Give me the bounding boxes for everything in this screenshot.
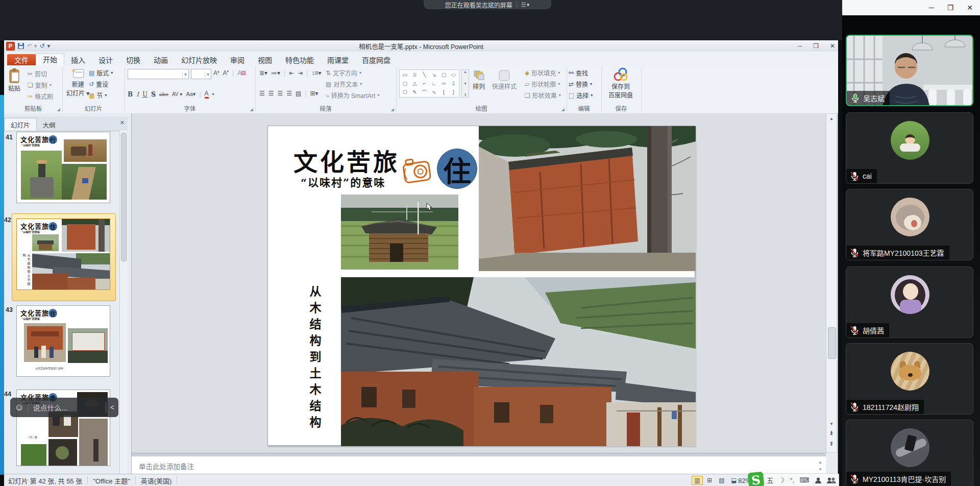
- shape-icon[interactable]: {: [439, 88, 449, 96]
- gallery-expand-icon[interactable]: ⊽: [464, 93, 467, 97]
- justify-icon[interactable]: ☰: [286, 90, 292, 97]
- layout-button[interactable]: ▤版式▾: [89, 68, 113, 77]
- shape-icon[interactable]: ▢: [439, 70, 449, 79]
- decrease-indent-icon[interactable]: ⇤: [289, 69, 294, 77]
- collapse-chevron-icon[interactable]: <: [110, 403, 114, 411]
- shape-icon[interactable]: ⌐: [420, 79, 429, 88]
- font-dialog-launcher-icon[interactable]: ◢: [250, 107, 253, 112]
- distribute-icon[interactable]: ▤: [296, 90, 301, 97]
- slide-thumbnail-41[interactable]: 文化苦旅 “以味村”的意味 行: [16, 132, 110, 203]
- shape-icon[interactable]: ⇨: [439, 79, 449, 88]
- watching-banner[interactable]: 您正在观看吴志斌的屏幕 ☰▾: [424, 0, 551, 9]
- panel-tab-slides[interactable]: 幻灯片: [4, 118, 37, 131]
- people-icon[interactable]: [827, 477, 836, 484]
- participant-video-wangyilin[interactable]: 将军路MY2100103王艺霖: [846, 189, 973, 260]
- close-icon[interactable]: ✕: [830, 42, 835, 50]
- tab-view[interactable]: 视图: [251, 54, 279, 65]
- font-size-combo[interactable]: ▾: [191, 69, 211, 79]
- halfmoon-icon[interactable]: ☽: [778, 476, 785, 484]
- next-slide-icon[interactable]: ▼▼: [828, 441, 835, 448]
- language-indicator[interactable]: 英语(美国): [141, 476, 172, 485]
- comment-input-box[interactable]: ☺ 说点什么... <: [10, 398, 118, 417]
- editing-scrollbar[interactable]: ▲ ▼ ▲▲ ▼▼: [826, 113, 837, 453]
- undo-icon[interactable]: ↶ ▾: [27, 43, 37, 49]
- shape-icon[interactable]: ∟: [429, 79, 439, 88]
- previous-slide-icon[interactable]: ▲▲: [828, 429, 835, 436]
- person-icon[interactable]: [815, 477, 822, 484]
- select-button[interactable]: ⬚选择▾: [569, 91, 593, 100]
- meeting-restore-icon[interactable]: ❐: [947, 4, 954, 12]
- find-button[interactable]: ⚯查找: [569, 68, 588, 77]
- shape-outline-button[interactable]: ▱形状轮廓▾: [525, 80, 560, 88]
- quick-styles-button[interactable]: 快速样式: [492, 69, 517, 90]
- arrange-button[interactable]: 排列: [473, 69, 485, 90]
- strikethrough-icon[interactable]: abe: [159, 91, 168, 97]
- participant-video-cai[interactable]: cai: [846, 112, 973, 184]
- save-to-netdisk-button[interactable]: 保存到 百度网盘: [608, 67, 633, 99]
- shape-icon[interactable]: ✎: [410, 88, 420, 96]
- shape-gallery[interactable]: ▭⌸╲↘▢⬭ ▢△⌐∟⇨⇩ ⬠✎⌒∿{}: [399, 69, 459, 98]
- underline-icon[interactable]: U: [142, 91, 148, 98]
- cut-button[interactable]: ✂剪切: [28, 69, 47, 78]
- bullets-icon[interactable]: ≣▾: [259, 69, 267, 77]
- current-slide-canvas[interactable]: 文化苦旅 “以味村”的意味 住 从木结构到土木结构: [267, 126, 695, 446]
- shadow-icon[interactable]: S: [151, 91, 156, 98]
- shape-icon[interactable]: ▢: [400, 79, 410, 88]
- notes-pane[interactable]: 单击此处添加备注 ▲ ▼: [132, 456, 826, 474]
- shape-icon[interactable]: ╲: [420, 70, 429, 79]
- text-direction-button[interactable]: ⇅文字方向▾: [326, 68, 361, 77]
- new-slide-button[interactable]: ✳ 新建 幻灯片 ▾: [66, 67, 89, 97]
- line-spacing-icon[interactable]: ↕≡▾: [311, 69, 321, 77]
- scrollbar-thumb[interactable]: [828, 327, 836, 359]
- shape-icon[interactable]: ↘: [429, 70, 439, 79]
- participant-video-zhaoweixiang[interactable]: 182111724赵尉翔: [846, 343, 973, 415]
- shape-effects-button[interactable]: ❑形状效果▾: [525, 91, 561, 100]
- numbering-icon[interactable]: ≔▾: [271, 69, 280, 77]
- columns-icon[interactable]: ⊞▾: [310, 90, 318, 97]
- participant-video-wuzhibin[interactable]: 吴志斌: [846, 35, 973, 106]
- tab-insert[interactable]: 插入: [64, 54, 92, 65]
- panel-close-icon[interactable]: ✕: [120, 119, 125, 126]
- scroll-up-icon[interactable]: ▲: [463, 70, 467, 74]
- tab-file[interactable]: 文件: [7, 54, 36, 65]
- tab-special-features[interactable]: 特色功能: [279, 54, 321, 65]
- shape-icon[interactable]: ⌸: [410, 70, 420, 79]
- notes-scroll-up-icon[interactable]: ▲: [817, 458, 824, 466]
- tab-transitions[interactable]: 切换: [119, 54, 147, 65]
- reading-view-icon[interactable]: ▤: [716, 476, 727, 485]
- keyboard-icon[interactable]: ⌨: [799, 476, 809, 484]
- panel-tab-outline[interactable]: 大纲: [37, 118, 62, 131]
- shape-icon[interactable]: ⬠: [400, 88, 410, 96]
- customize-qat-icon[interactable]: ▾: [47, 43, 50, 49]
- participant-video-huqianqian[interactable]: 胡倩茜: [846, 266, 973, 338]
- grow-font-icon[interactable]: A▴: [213, 69, 219, 77]
- redo-icon[interactable]: ↺: [39, 43, 44, 49]
- char-spacing-icon[interactable]: A︎V ▾: [172, 91, 182, 97]
- tab-rain-classroom[interactable]: 雨课堂: [321, 54, 355, 65]
- font-name-combo[interactable]: ▾: [128, 69, 189, 79]
- shape-icon[interactable]: △: [410, 79, 420, 88]
- sogou-logo-icon[interactable]: S: [748, 472, 765, 486]
- meeting-minimize-icon[interactable]: ─: [929, 4, 934, 12]
- italic-icon[interactable]: I: [136, 91, 139, 98]
- ime-toolbar[interactable]: 五 ☽ °, ⌨: [764, 473, 839, 486]
- slide-thumbnail-43[interactable]: 文化苦旅 “以味村”的意味 住 从砖瓦结构到混凝土结构: [16, 305, 110, 377]
- align-right-icon[interactable]: ☰: [278, 90, 283, 97]
- restore-icon[interactable]: ❐: [813, 42, 819, 50]
- shrink-font-icon[interactable]: A▾: [223, 69, 229, 77]
- shape-fill-button[interactable]: ◈形状填充▾: [525, 68, 560, 77]
- tab-animations[interactable]: 动画: [147, 54, 175, 65]
- punctuation-icon[interactable]: °,: [790, 476, 794, 484]
- normal-view-icon[interactable]: ▥: [692, 476, 703, 485]
- panel-scrollbar[interactable]: [119, 131, 127, 474]
- align-text-button[interactable]: ▤对齐文本▾: [326, 80, 362, 88]
- tab-home[interactable]: 开始: [36, 53, 64, 65]
- clear-formatting-icon[interactable]: A: [237, 69, 246, 77]
- scroll-down-icon[interactable]: ▼: [828, 420, 835, 427]
- slide-thumbnail-42[interactable]: 文化苦旅 “以味村”的意味 住 从木结构到土木结构: [16, 218, 110, 290]
- tab-design[interactable]: 设计: [92, 54, 119, 65]
- change-case-icon[interactable]: Aa▾: [186, 91, 195, 98]
- scroll-down-icon[interactable]: ▼: [463, 82, 467, 85]
- paste-button[interactable]: 粘贴: [8, 68, 20, 92]
- emoji-icon[interactable]: ☺: [14, 402, 24, 413]
